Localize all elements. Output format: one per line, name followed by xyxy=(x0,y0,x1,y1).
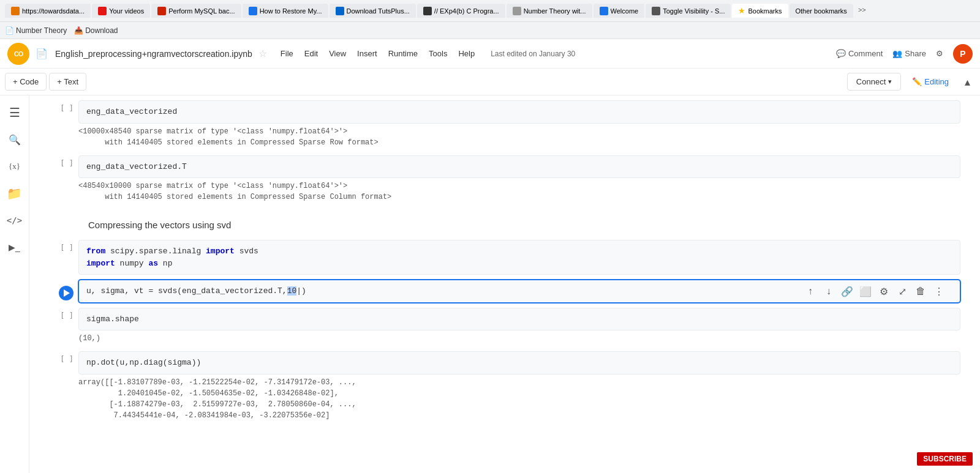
more-options-button[interactable]: ⋮ xyxy=(930,283,948,300)
bookmark-icon-2: 📥 xyxy=(74,26,83,35)
browser-tabs: https://towardsdata... Your videos Perfo… xyxy=(5,4,975,18)
file-drive-icon: 📄 xyxy=(36,48,48,59)
cell-counter-6: [ ] xyxy=(60,311,74,320)
tab-other-bookmarks[interactable]: Other bookmarks xyxy=(790,4,853,18)
editing-button[interactable]: ✏️ Editing xyxy=(906,73,955,90)
cell-gutter-6: [ ] xyxy=(29,308,78,320)
tab-numbertheory[interactable]: Number Theory wit... xyxy=(507,4,592,18)
text-cell-svd: Compressing the vectors using svd xyxy=(29,215,980,235)
tab-label-11: Other bookmarks xyxy=(796,7,847,15)
tab-favicon-6 xyxy=(423,7,432,15)
delete-button[interactable]: 🗑 xyxy=(912,283,929,300)
code-content-4: from scipy.sparse.linalg import svds imp… xyxy=(79,240,960,274)
menu-help[interactable]: Help xyxy=(453,47,480,61)
code-cell-6[interactable]: sigma.shape xyxy=(78,308,960,331)
settings-button[interactable]: ⚙ xyxy=(936,49,943,58)
tab-yourvideos[interactable]: Your videos xyxy=(92,4,150,18)
pencil-icon: ✏️ xyxy=(912,77,922,86)
cell-gutter-1: [ ] xyxy=(29,100,78,113)
cell-1: [ ] eng_data_vectorized <10000x48540 spa… xyxy=(29,100,980,151)
cell-4: [ ] from scipy.sparse.linalg import svds… xyxy=(29,240,980,275)
code-content-2: eng_data_vectorized.T xyxy=(79,156,960,178)
sidebar-icon-terminal[interactable]: ▶_ xyxy=(2,235,27,259)
tab-label-5: Download TutsPlus... xyxy=(347,7,410,15)
tab-exp4b[interactable]: // EXp4(b) C Progra... xyxy=(417,4,505,18)
code-cell-4[interactable]: from scipy.sparse.linalg import svds imp… xyxy=(78,240,960,275)
connect-button[interactable]: Connect ▾ xyxy=(847,73,901,91)
tab-toggle[interactable]: Toggle Visibility - S... xyxy=(646,4,731,18)
collapse-button[interactable]: ▴ xyxy=(960,73,975,91)
comment-button[interactable]: 💬 Comment xyxy=(836,49,883,58)
variables-icon: {x} xyxy=(9,162,20,171)
section-heading: Compressing the vectors using svd xyxy=(88,220,231,230)
notebook-filename[interactable]: English_preprocessing+ngramvectorscreati… xyxy=(55,49,252,59)
copy-cell-button[interactable]: ⬜ xyxy=(857,283,874,300)
code-cell-5[interactable]: u, sigma, vt = svds(eng_data_vectorized.… xyxy=(78,280,960,303)
bookmark-number-theory[interactable]: 📄 Number Theory xyxy=(5,26,67,35)
cell-settings-button[interactable]: ⚙ xyxy=(875,283,892,300)
sidebar-icon-search[interactable]: 🔍 xyxy=(2,127,27,152)
tab-welcome[interactable]: Welcome xyxy=(594,4,645,18)
add-text-button[interactable]: + Text xyxy=(49,73,86,91)
expand-button[interactable]: ⤢ xyxy=(894,283,911,300)
share-icon: 👥 xyxy=(892,49,902,58)
cell-counter-2: [ ] xyxy=(60,159,74,168)
tab-favicon-7 xyxy=(513,7,521,15)
add-code-button[interactable]: + Code xyxy=(5,73,47,91)
menu-insert[interactable]: Insert xyxy=(352,47,382,61)
sidebar: ☰ 🔍 {x} 📁 </> ▶_ xyxy=(0,95,29,473)
tab-download[interactable]: Download TutsPlus... xyxy=(330,4,416,18)
share-label: Share xyxy=(905,49,926,58)
tab-towardsdata[interactable]: https://towardsdata... xyxy=(5,4,91,18)
tab-mysql[interactable]: Perform MySQL bac... xyxy=(151,4,241,18)
star-icon[interactable]: ☆ xyxy=(258,48,267,59)
tab-bookmarks[interactable]: ★ Bookmarks xyxy=(732,4,788,18)
tab-restore[interactable]: How to Restore My... xyxy=(243,4,328,18)
menu-file[interactable]: File xyxy=(276,47,298,61)
move-down-button[interactable]: ↓ xyxy=(820,283,837,300)
cell-gutter-7: [ ] xyxy=(29,351,78,363)
code-cell-7[interactable]: np.dot(u,np.diag(sigma)) xyxy=(78,351,960,374)
tab-favicon-8 xyxy=(600,7,608,15)
sidebar-icon-variables[interactable]: {x} xyxy=(2,154,27,179)
sidebar-icon-menu[interactable]: ☰ xyxy=(2,100,27,125)
link-button[interactable]: 🔗 xyxy=(839,283,856,300)
run-button-5[interactable] xyxy=(59,286,74,300)
subscribe-button[interactable]: SUBSCRIBE xyxy=(917,452,973,466)
terminal-icon: ▶_ xyxy=(9,242,20,252)
tab-label-1: https://towardsdata... xyxy=(22,7,85,15)
connect-label: Connect xyxy=(856,77,886,86)
tab-favicon-9 xyxy=(652,7,660,15)
avatar[interactable]: P xyxy=(953,44,973,64)
colab-logo[interactable]: CO xyxy=(7,43,29,65)
tab-favicon-5 xyxy=(336,7,344,15)
move-up-button[interactable]: ↑ xyxy=(802,283,819,300)
cell-output-6: (10,) xyxy=(29,330,980,346)
run-icon xyxy=(64,289,70,297)
code-cell-1[interactable]: eng_data_vectorized xyxy=(78,100,960,124)
more-tabs-button[interactable]: >> xyxy=(854,4,870,18)
cell-output-2: <48540x10000 sparse matrix of type '<cla… xyxy=(29,178,980,205)
cell-gutter-5 xyxy=(29,280,78,300)
sidebar-icon-code[interactable]: </> xyxy=(2,208,27,233)
tab-label-9: Toggle Visibility - S... xyxy=(663,7,725,15)
code-cell-2[interactable]: eng_data_vectorized.T xyxy=(78,155,960,179)
editing-label: Editing xyxy=(924,77,949,86)
notebook-area[interactable]: [ ] eng_data_vectorized <10000x48540 spa… xyxy=(29,95,980,473)
menu-view[interactable]: View xyxy=(324,47,351,61)
menu-edit[interactable]: Edit xyxy=(300,47,323,61)
bookmark-icon-1: 📄 xyxy=(5,26,14,35)
cell-5: u, sigma, vt = svds(eng_data_vectorized.… xyxy=(29,280,980,303)
share-button[interactable]: 👥 Share xyxy=(892,49,926,58)
sidebar-icon-files[interactable]: 📁 xyxy=(2,181,27,206)
comment-icon: 💬 xyxy=(836,49,846,58)
tab-label-4: How to Restore My... xyxy=(260,7,322,15)
tab-favicon-1 xyxy=(11,7,20,15)
menu-tools[interactable]: Tools xyxy=(424,47,452,61)
menu-runtime[interactable]: Runtime xyxy=(383,47,423,61)
bookmark-download[interactable]: 📥 Download xyxy=(74,26,118,35)
tab-label-6: // EXp4(b) C Progra... xyxy=(434,7,499,15)
toolbar-row: + Code + Text Connect ▾ ✏️ Editing ▴ xyxy=(0,69,980,95)
menu-icon: ☰ xyxy=(9,105,20,120)
code-content-6: sigma.shape xyxy=(79,308,960,330)
